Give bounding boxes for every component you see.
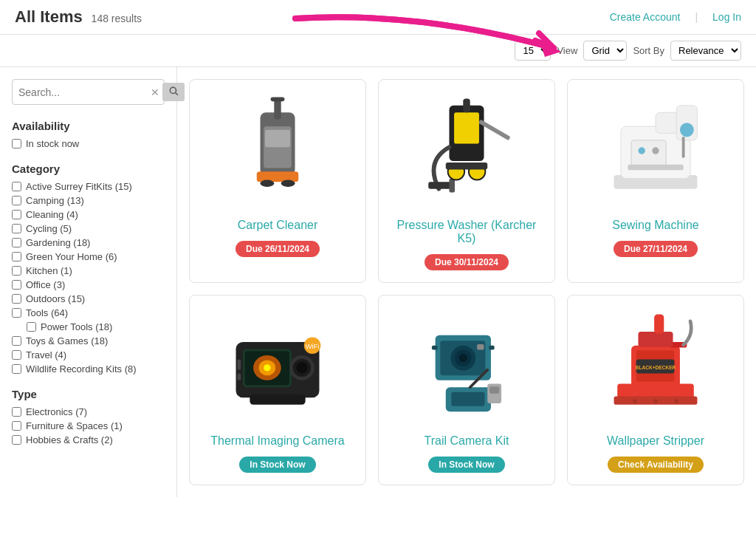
sort-select[interactable]: Relevance Name A-Z Name Z-A Newest [670, 41, 741, 61]
product-card-thermal-camera[interactable]: WiFi Thermal Imaging Camera In Stock Now [189, 295, 366, 485]
product-name-sewing-machine: Sewing Machine [612, 219, 698, 232]
svg-rect-6 [274, 98, 281, 119]
product-badge-wallpaper-stripper: Check Availability [608, 457, 704, 473]
toolbar: 15 10 25 50 View Grid List Sort By Relev… [0, 35, 756, 67]
cat-fitkit-cb[interactable] [12, 182, 21, 191]
svg-rect-42 [237, 373, 241, 380]
cat-camping: Camping (13) [12, 195, 165, 206]
cat-travel: Travel (4) [12, 349, 165, 360]
cat-tools-cb[interactable] [12, 308, 21, 318]
svg-rect-5 [265, 130, 290, 148]
type-electronics-cb[interactable] [12, 407, 21, 417]
svg-point-65 [633, 399, 637, 403]
view-label: View [557, 45, 577, 56]
category-title: Category [12, 163, 165, 175]
product-image-carpet-cleaner [219, 92, 337, 210]
svg-rect-63 [638, 332, 673, 347]
cat-outdoors: Outdoors (15) [12, 293, 165, 304]
page-title: All Items 148 results [15, 7, 142, 27]
product-card-sewing-machine[interactable]: Sewing Machine Due 27/11/2024 [567, 79, 744, 283]
svg-point-38 [296, 362, 307, 373]
svg-rect-13 [463, 98, 470, 112]
product-badge-thermal-camera: In Stock Now [239, 457, 315, 473]
svg-point-35 [264, 364, 270, 371]
product-name-carpet-cleaner: Carpet Cleaner [238, 219, 318, 232]
instock-label: In stock now [26, 138, 79, 149]
cat-office: Office (3) [12, 279, 165, 290]
product-card-wallpaper-stripper[interactable]: BLACK+DECKER Wal [567, 295, 744, 485]
cat-cycling-cb[interactable] [12, 224, 21, 233]
clear-search-button[interactable]: ✕ [148, 86, 162, 98]
cat-cleaning: Cleaning (4) [12, 209, 165, 220]
svg-point-9 [260, 180, 274, 187]
product-grid: Carpet Cleaner Due 26/11/2024 [189, 79, 744, 485]
svg-point-66 [653, 399, 658, 403]
svg-rect-49 [477, 344, 484, 350]
svg-point-24 [680, 123, 694, 137]
cat-tools: Tools (64) [12, 307, 165, 318]
product-card-pressure-washer[interactable]: Pressure Washer (Karcher K5) Due 30/11/2… [378, 79, 555, 283]
cat-kitchen-cb[interactable] [12, 266, 21, 276]
product-image-sewing-machine [597, 92, 715, 210]
sort-label: Sort By [633, 45, 664, 56]
product-name-thermal-camera: Thermal Imaging Camera [210, 434, 344, 448]
cat-gardening-cb[interactable] [12, 238, 21, 247]
svg-rect-8 [257, 171, 298, 182]
cat-green-cb[interactable] [12, 252, 21, 262]
product-image-thermal-camera: WiFi [219, 307, 337, 425]
cat-powertools-cb[interactable] [27, 322, 36, 332]
type-hobbies: Hobbies & Crafts (2) [12, 434, 165, 445]
product-image-pressure-washer [408, 92, 526, 210]
cat-office-cb[interactable] [12, 280, 21, 290]
cat-wildlife-cb[interactable] [12, 364, 21, 374]
cat-cleaning-cb[interactable] [12, 210, 21, 219]
product-area: Carpet Cleaner Due 26/11/2024 [177, 67, 756, 497]
per-page-select[interactable]: 15 10 25 50 [515, 41, 551, 61]
cat-camping-cb[interactable] [12, 196, 21, 205]
product-image-trail-camera [408, 307, 526, 425]
product-badge-sewing-machine: Due 27/11/2024 [614, 241, 698, 257]
product-card-carpet-cleaner[interactable]: Carpet Cleaner Due 26/11/2024 [189, 79, 366, 283]
availability-instock: In stock now [12, 138, 165, 149]
create-account-link[interactable]: Create Account [610, 11, 681, 23]
type-title: Type [12, 388, 165, 400]
svg-rect-12 [454, 112, 479, 143]
cat-toys-cb[interactable] [12, 336, 21, 346]
svg-rect-18 [446, 163, 487, 169]
cat-fitkit: Active Surrey FitKits (15) [12, 181, 165, 192]
availability-title: Availability [12, 120, 165, 132]
svg-text:WiFi: WiFi [306, 342, 320, 350]
product-card-trail-camera[interactable]: Trail Camera Kit In Stock Now [378, 295, 555, 485]
type-hobbies-cb[interactable] [12, 435, 21, 445]
svg-rect-7 [271, 98, 285, 102]
cat-wildlife: Wildlife Recording Kits (8) [12, 363, 165, 375]
type-electronics: Electronics (7) [12, 406, 165, 417]
svg-rect-15 [449, 179, 455, 193]
type-furniture: Furniture & Spaces (1) [12, 420, 165, 431]
product-image-wallpaper-stripper: BLACK+DECKER [597, 307, 715, 425]
svg-point-26 [638, 147, 645, 154]
svg-rect-53 [451, 392, 484, 406]
cat-outdoors-cb[interactable] [12, 294, 21, 304]
instock-checkbox[interactable] [12, 139, 21, 148]
svg-text:BLACK+DECKER: BLACK+DECKER [636, 365, 676, 370]
search-box: ✕ [12, 79, 165, 105]
svg-rect-64 [654, 314, 664, 333]
product-badge-carpet-cleaner: Due 26/11/2024 [236, 241, 320, 257]
type-furniture-cb[interactable] [12, 421, 21, 431]
cat-kitchen: Kitchen (1) [12, 265, 165, 276]
view-select[interactable]: Grid List [583, 41, 627, 61]
cat-toys: Toys & Games (18) [12, 335, 165, 346]
cat-travel-cb[interactable] [12, 350, 21, 360]
type-section: Type Electronics (7) Furniture & Spaces … [12, 388, 165, 445]
sidebar: ✕ Availability In stock now Category Act… [0, 67, 177, 497]
svg-rect-29 [628, 165, 683, 171]
svg-rect-25 [631, 140, 666, 168]
product-name-pressure-washer: Pressure Washer (Karcher K5) [391, 219, 543, 245]
svg-rect-43 [250, 394, 305, 405]
svg-rect-51 [489, 346, 495, 350]
log-in-link[interactable]: Log In [712, 11, 741, 23]
svg-rect-14 [428, 182, 453, 188]
search-input[interactable] [18, 86, 148, 98]
cat-powertools: Power Tools (18) [27, 321, 165, 332]
